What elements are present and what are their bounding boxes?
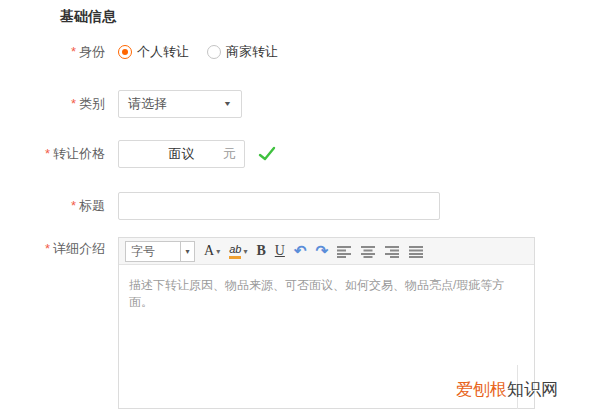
price-input[interactable]: 面议 元 xyxy=(118,140,245,168)
price-label: *转让价格 xyxy=(0,145,105,163)
radio-unselected-icon xyxy=(207,45,221,59)
font-color-button[interactable]: A ▾ xyxy=(204,243,220,259)
highlight-icon: ab xyxy=(229,244,241,259)
align-right-icon xyxy=(385,245,400,258)
identity-row: *身份 个人转让 商家转让 xyxy=(0,43,296,61)
watermark-brand-secondary: 知识网 xyxy=(507,380,558,399)
watermark: 爱刨根知识网 xyxy=(456,378,558,401)
price-row: *转让价格 面议 元 xyxy=(0,140,276,168)
title-row: *标题 xyxy=(0,192,440,220)
title-label: *标题 xyxy=(0,197,105,215)
bold-button[interactable]: B xyxy=(256,243,265,259)
required-asterisk: * xyxy=(71,96,76,111)
chevron-down-icon: ▼ xyxy=(223,100,232,108)
required-asterisk: * xyxy=(45,241,50,256)
required-asterisk: * xyxy=(45,146,50,161)
redo-button[interactable]: ↷ xyxy=(315,242,328,260)
editor-toolbar: 字号 ▾ A ▾ ab ▾ B U ↶ ↷ xyxy=(119,238,534,265)
title-input[interactable] xyxy=(118,192,440,220)
font-color-icon: A xyxy=(204,243,214,259)
undo-icon: ↶ xyxy=(294,242,307,260)
description-placeholder: 描述下转让原因、物品来源、可否面议、如何交易、物品亮点/瑕疵等方面。 xyxy=(129,278,504,309)
align-right-button[interactable] xyxy=(385,245,400,258)
valid-check-icon xyxy=(258,146,276,162)
align-justify-button[interactable] xyxy=(409,245,424,258)
align-center-button[interactable] xyxy=(361,245,376,258)
highlight-color-button[interactable]: ab ▾ xyxy=(229,244,247,259)
align-left-button[interactable] xyxy=(337,245,352,258)
category-select[interactable]: 请选择 ▼ xyxy=(118,90,242,118)
chevron-down-icon: ▾ xyxy=(180,242,194,261)
price-unit: 元 xyxy=(223,145,236,163)
radio-merchant-transfer[interactable]: 商家转让 xyxy=(207,43,278,61)
watermark-brand-primary: 爱刨根 xyxy=(456,380,507,399)
font-size-label: 字号 xyxy=(126,242,180,261)
price-value: 面议 xyxy=(169,145,195,163)
radio-personal-label: 个人转让 xyxy=(137,43,189,61)
description-label: *详细介绍 xyxy=(0,240,105,258)
align-left-icon xyxy=(337,245,352,258)
chevron-down-icon: ▾ xyxy=(216,247,220,256)
description-row: *详细介绍 xyxy=(0,240,118,254)
align-center-icon xyxy=(361,245,376,258)
radio-personal-transfer[interactable]: 个人转让 xyxy=(118,43,189,61)
align-justify-icon xyxy=(409,245,424,258)
category-label: *类别 xyxy=(0,95,105,113)
category-selected-value: 请选择 xyxy=(128,95,167,113)
radio-selected-icon xyxy=(118,45,132,59)
transfer-form-page: 基础信息 *身份 个人转让 商家转让 *类别 请选择 ▼ *转让价格 面议 元 xyxy=(0,0,600,409)
required-asterisk: * xyxy=(71,198,76,213)
category-row: *类别 请选择 ▼ xyxy=(0,90,242,118)
font-size-select[interactable]: 字号 ▾ xyxy=(125,241,195,262)
redo-icon: ↷ xyxy=(315,242,328,260)
section-heading: 基础信息 xyxy=(60,8,116,26)
identity-label: *身份 xyxy=(0,43,105,61)
required-asterisk: * xyxy=(71,44,76,59)
radio-merchant-label: 商家转让 xyxy=(226,43,278,61)
underline-button[interactable]: U xyxy=(275,243,285,259)
chevron-down-icon: ▾ xyxy=(243,247,247,256)
undo-button[interactable]: ↶ xyxy=(294,242,307,260)
